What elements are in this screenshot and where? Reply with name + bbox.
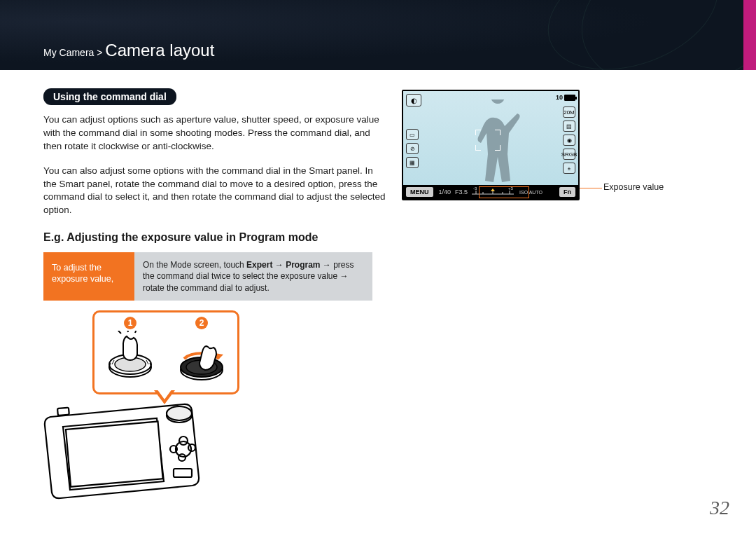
svg-rect-23 [57, 407, 69, 415]
paragraph-2: You can also adjust some options with th… [43, 165, 386, 218]
lcd-screen: ◐ 10 ▭ ⊘ ▦ 20M ▤ ◉ SRGB ± MENU 1/40 [402, 90, 580, 200]
instruction-row: To adjust the exposure value, On the Mod… [43, 252, 372, 301]
lcd-screenshot: ◐ 10 ▭ ⊘ ▦ 20M ▤ ◉ SRGB ± MENU 1/40 [402, 90, 580, 200]
ev-icon: ± [563, 163, 575, 174]
page-header: My Camera > Camera layout [0, 0, 756, 70]
instruction-body: On the Mode screen, touch Expert → Progr… [134, 252, 372, 301]
breadcrumb: My Camera > Camera layout [43, 41, 214, 60]
focus-icon: ▦ [406, 157, 419, 168]
aperture-value: F3.5 [455, 188, 468, 195]
svg-line-9 [135, 331, 136, 333]
instr-arrow1: → [272, 260, 286, 270]
menu-button[interactable]: MENU [406, 187, 433, 197]
shutter-value: 1/40 [439, 188, 451, 195]
instr-b1: Expert [246, 260, 272, 270]
status-bar: 10 [556, 94, 575, 101]
battery-icon [564, 95, 575, 101]
drive-icon: ▭ [406, 129, 419, 140]
shot-count: 10 [556, 94, 563, 101]
svg-line-8 [127, 331, 128, 332]
af-frame [476, 130, 500, 150]
instr-pre: On the Mode screen, touch [143, 260, 246, 270]
wb-icon: SRGB [563, 149, 575, 160]
svg-point-16 [167, 406, 192, 420]
callout-number-1: 1 [124, 317, 136, 329]
command-dial-diagram: 1 2 [50, 315, 267, 490]
fn-button[interactable]: Fn [559, 187, 575, 197]
callout-step-1: 1 [94, 312, 166, 392]
flash-icon: ⊘ [406, 143, 419, 154]
ev-highlight-box [479, 186, 529, 198]
camera-outline-icon [36, 396, 218, 501]
svg-text:-3: -3 [473, 187, 477, 191]
svg-rect-22 [174, 469, 192, 477]
right-icon-column: 20M ▤ ◉ SRGB ± [563, 106, 575, 174]
size-icon: 20M [563, 106, 575, 118]
instruction-label: To adjust the exposure value, [43, 252, 134, 301]
instr-b2: Program [286, 260, 320, 270]
breadcrumb-path: My Camera > [43, 47, 105, 58]
svg-line-7 [118, 331, 121, 334]
paragraph-1: You can adjust options such as aperture … [43, 114, 386, 153]
af-corner-tl [475, 130, 481, 135]
callout-number-2: 2 [195, 317, 208, 329]
callout-step-2: 2 [166, 312, 237, 392]
af-corner-br [495, 145, 500, 151]
subheading: E.g. Adjusting the exposure value in Pro… [43, 231, 728, 244]
svg-rect-14 [66, 421, 163, 486]
af-corner-tr [495, 130, 500, 135]
dial-press-icon [100, 331, 160, 387]
mode-icon: ◐ [406, 94, 421, 106]
af-corner-bl [475, 145, 481, 151]
breadcrumb-title: Camera layout [105, 41, 214, 60]
exposure-value-label: Exposure value [603, 182, 664, 192]
metering-icon: ◉ [563, 135, 575, 146]
side-accent-bar [743, 0, 756, 70]
header-decoration [476, 0, 756, 70]
page-number: 32 [710, 497, 729, 519]
dial-rotate-icon [172, 331, 232, 387]
page-content: Using the command dial You can adjust op… [43, 88, 728, 490]
quality-icon: ▤ [563, 121, 575, 132]
left-icon-column: ▭ ⊘ ▦ [406, 129, 419, 168]
callout-leader-line [580, 188, 602, 188]
section-pill: Using the command dial [43, 88, 176, 105]
callout-box: 1 2 [92, 310, 239, 394]
